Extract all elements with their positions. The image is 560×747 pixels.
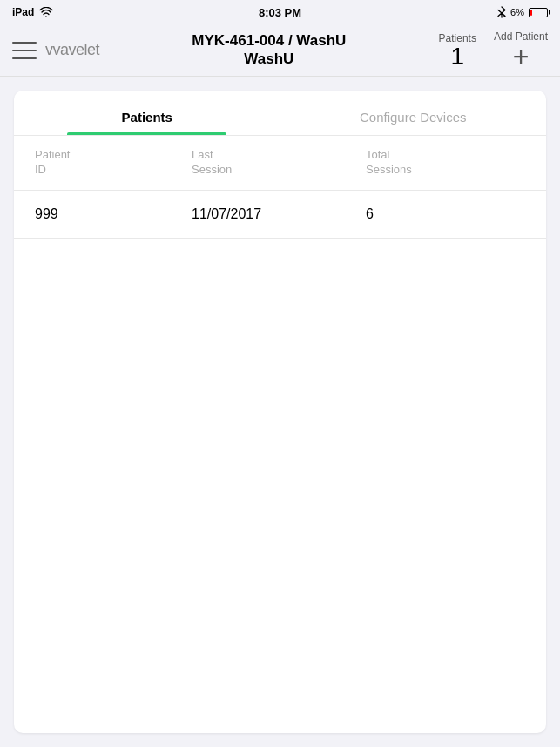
wifi-icon <box>39 7 53 17</box>
bluetooth-icon <box>497 6 506 18</box>
table-header: PatientID LastSession TotalSessions <box>14 136 546 191</box>
main-content: Patients Configure Devices PatientID Las… <box>14 91 546 733</box>
patients-count: 1 <box>450 44 464 69</box>
tab-patients-underline <box>67 132 226 135</box>
battery-icon <box>529 8 548 17</box>
cell-total-sessions: 6 <box>366 206 525 222</box>
tab-patients-label: Patients <box>122 110 172 135</box>
nav-right: Patients 1 Add Patient + <box>439 30 548 71</box>
logo-vv: vv <box>45 41 60 58</box>
add-patient-button[interactable]: Add Patient + <box>494 30 548 71</box>
device-label: iPad <box>12 6 34 18</box>
tab-configure-devices-label: Configure Devices <box>360 110 467 135</box>
col-header-total-sessions: TotalSessions <box>366 148 525 178</box>
nav-bar: vvvvaveletavelet MYK-461-004 / WashU Was… <box>0 24 560 77</box>
cell-patient-id: 999 <box>35 206 192 222</box>
clock: 8:03 PM <box>259 6 301 19</box>
status-bar: iPad 8:03 PM 6% <box>0 0 560 24</box>
app-logo: vvvvaveletavelet <box>45 41 99 59</box>
table-row[interactable]: 999 11/07/2017 6 <box>14 191 546 239</box>
nav-title: MYK-461-004 / WashU WashU <box>99 32 439 68</box>
tab-configure-devices[interactable]: Configure Devices <box>280 91 547 135</box>
status-left: iPad <box>12 6 53 18</box>
cell-last-session: 11/07/2017 <box>192 206 366 222</box>
col-header-last-session: LastSession <box>192 148 366 178</box>
tabs: Patients Configure Devices <box>14 91 546 136</box>
nav-title-sub: WashU <box>99 50 439 68</box>
col-header-patient-id: PatientID <box>35 148 192 178</box>
battery-percent: 6% <box>510 7 524 17</box>
status-right: 6% <box>497 6 548 18</box>
nav-title-main: MYK-461-004 / WashU <box>99 32 439 50</box>
add-patient-icon: + <box>513 43 530 71</box>
patients-count-block: Patients 1 <box>439 32 476 69</box>
menu-button[interactable] <box>12 42 37 59</box>
tab-patients[interactable]: Patients <box>14 91 280 135</box>
